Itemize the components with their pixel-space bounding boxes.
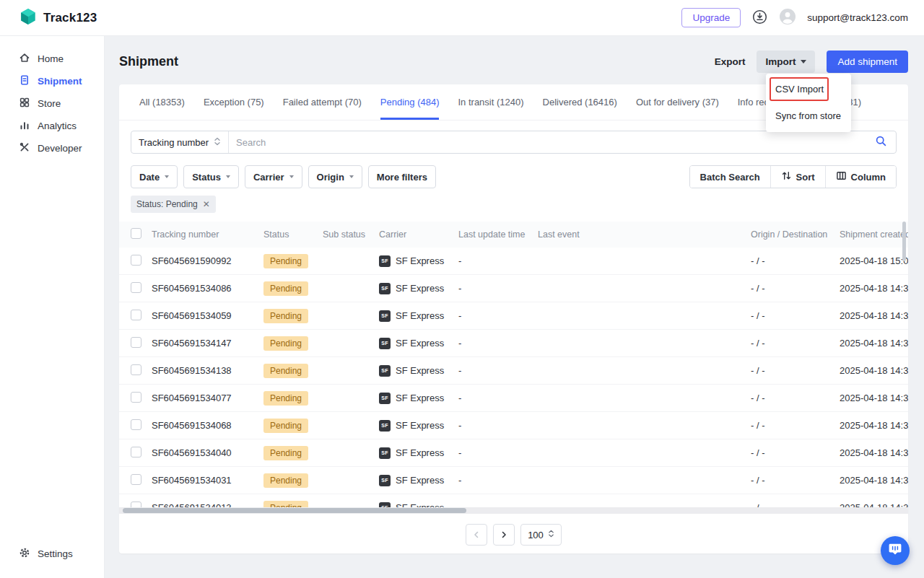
tracking-number[interactable]: SF6045691590992 <box>152 255 263 266</box>
filter-toolbar: Date Status Carrier Origin More filters … <box>131 165 897 188</box>
tab-failed-attempt[interactable]: Failed attempt (70) <box>283 84 362 120</box>
column-header: Carrier <box>379 229 458 240</box>
last-update-time: - <box>458 420 538 431</box>
last-update-time: - <box>458 393 538 403</box>
search-field-select[interactable]: Tracking number <box>131 131 229 153</box>
origin-destination: - / - <box>751 447 840 458</box>
table-row[interactable]: SF6045691534040 Pending SF SF Express - … <box>119 439 908 467</box>
sidebar-item-developer[interactable]: Developer <box>0 137 104 159</box>
table-row[interactable]: SF6045691534147 Pending SF SF Express - … <box>119 330 908 357</box>
status-badge: Pending <box>263 473 308 488</box>
chevron-down-icon <box>349 175 354 178</box>
tab-all[interactable]: All (18353) <box>139 84 185 120</box>
table-row[interactable]: SF6045691534077 Pending SF SF Express - … <box>119 385 908 412</box>
origin-filter-button[interactable]: Origin <box>308 165 362 188</box>
export-button[interactable]: Export <box>715 56 746 67</box>
row-checkbox[interactable] <box>131 310 141 320</box>
prev-page-button[interactable] <box>466 524 487 546</box>
sort-button[interactable]: Sort <box>770 166 825 188</box>
sidebar-item-home[interactable]: Home <box>0 48 104 70</box>
tab-delivered[interactable]: Delivered (16416) <box>543 84 617 120</box>
select-all-checkbox[interactable] <box>131 228 141 239</box>
status-filter-button[interactable]: Status <box>183 165 239 188</box>
status-badge: Pending <box>263 309 308 323</box>
column-header: Sub status <box>323 229 379 240</box>
tracking-number[interactable]: SF6045691534147 <box>152 338 263 349</box>
tab-exception[interactable]: Exception (75) <box>204 84 264 120</box>
tracking-number[interactable]: SF6045691534077 <box>152 393 263 403</box>
sf-express-icon: SF <box>379 338 391 349</box>
row-checkbox[interactable] <box>131 419 141 430</box>
carrier-cell: SF SF Express <box>379 365 458 377</box>
horizontal-scrollbar[interactable] <box>119 507 908 514</box>
table-row[interactable]: SF6045691590992 Pending SF SF Express - … <box>119 248 908 275</box>
page-size-select[interactable]: 100 <box>520 524 562 546</box>
tab-pending[interactable]: Pending (484) <box>380 84 440 120</box>
last-update-time: - <box>458 447 538 458</box>
origin-destination: - / - <box>751 283 840 294</box>
tracking-number[interactable]: SF6045691534059 <box>152 310 263 321</box>
user-email[interactable]: support@track123.com <box>807 12 908 23</box>
column-button[interactable]: Column <box>825 166 896 188</box>
chevron-down-icon <box>801 60 806 64</box>
close-icon[interactable]: ✕ <box>203 200 210 209</box>
tracking-number[interactable]: SF6045691534086 <box>152 283 263 294</box>
sidebar-item-label: Home <box>38 53 64 64</box>
carrier-filter-button[interactable]: Carrier <box>245 165 302 188</box>
row-checkbox[interactable] <box>131 282 141 293</box>
page-title: Shipment <box>119 54 178 69</box>
sidebar-item-analytics[interactable]: Analytics <box>0 115 104 137</box>
more-filters-button[interactable]: More filters <box>368 165 436 188</box>
horizontal-scrollbar-thumb[interactable] <box>123 508 466 513</box>
row-checkbox[interactable] <box>131 392 141 403</box>
vertical-scrollbar-thumb[interactable] <box>902 222 906 261</box>
search-field-value: Tracking number <box>139 137 209 148</box>
store-icon <box>19 97 30 110</box>
row-checkbox[interactable] <box>131 447 141 457</box>
shipment-created-at: 2025-04-18 14:38 <box>840 310 908 321</box>
row-checkbox[interactable] <box>131 474 141 485</box>
search-input[interactable] <box>229 137 866 148</box>
avatar[interactable] <box>779 8 796 28</box>
table-row[interactable]: SF6045691534138 Pending SF SF Express - … <box>119 357 908 385</box>
carrier-name: SF Express <box>396 420 444 431</box>
tracking-number[interactable]: SF6045691534068 <box>152 420 263 431</box>
up-down-chevrons-icon <box>548 529 554 540</box>
tracking-number[interactable]: SF6045691534031 <box>152 475 263 486</box>
table-row[interactable]: SF6045691534068 Pending SF SF Express - … <box>119 412 908 439</box>
chat-launcher[interactable] <box>881 536 910 565</box>
origin-destination: - / - <box>751 310 840 321</box>
table-row[interactable]: SF6045691534086 Pending SF SF Express - … <box>119 275 908 302</box>
carrier-name: SF Express <box>396 393 444 403</box>
import-dropdown-menu: CSV Import Sync from store <box>766 74 851 132</box>
date-filter-button[interactable]: Date <box>131 165 178 188</box>
tab-in-transit[interactable]: In transit (1240) <box>458 84 523 120</box>
sidebar-item-label: Analytics <box>38 121 77 131</box>
row-checkbox[interactable] <box>131 337 141 348</box>
table-row[interactable]: SF6045691534031 Pending SF SF Express - … <box>119 467 908 494</box>
topbar: Track123 Upgrade support@track123.com <box>0 0 924 36</box>
track123-logo-icon <box>19 7 38 29</box>
import-button[interactable]: Import <box>757 51 815 73</box>
add-shipment-button[interactable]: Add shipment <box>827 51 908 73</box>
brand[interactable]: Track123 <box>19 7 97 29</box>
row-checkbox[interactable] <box>131 364 141 375</box>
tab-out-for-delivery[interactable]: Out for delivery (37) <box>636 84 719 120</box>
tracking-number[interactable]: SF6045691534040 <box>152 447 263 458</box>
batch-search-button[interactable]: Batch Search <box>690 166 770 188</box>
sidebar-item-shipment[interactable]: Shipment <box>0 70 104 92</box>
next-page-button[interactable] <box>493 524 515 546</box>
menu-item-csv-import[interactable]: CSV Import <box>766 76 851 102</box>
upgrade-button[interactable]: Upgrade <box>681 8 741 27</box>
menu-item-sync-from-store[interactable]: Sync from store <box>766 102 851 129</box>
status-badge: Pending <box>263 391 308 406</box>
sf-express-icon: SF <box>379 475 391 486</box>
table-row[interactable]: SF6045691534059 Pending SF SF Express - … <box>119 302 908 330</box>
row-checkbox[interactable] <box>131 255 141 266</box>
search-submit[interactable] <box>866 135 896 150</box>
download-button[interactable] <box>751 9 768 27</box>
chat-icon <box>888 542 902 559</box>
tracking-number[interactable]: SF6045691534138 <box>152 365 263 376</box>
sidebar-item-settings[interactable]: Settings <box>0 543 104 565</box>
sidebar-item-store[interactable]: Store <box>0 92 104 115</box>
